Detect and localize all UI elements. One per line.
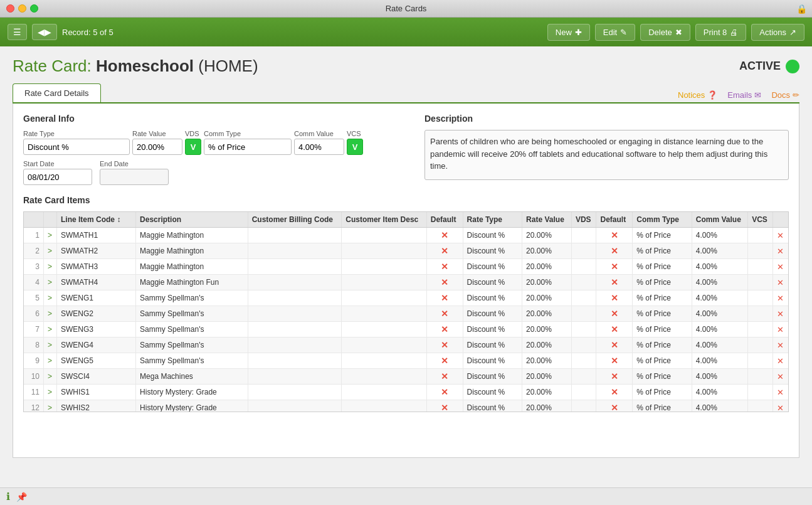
row-vcs (748, 290, 773, 306)
row-arrow[interactable]: > (44, 322, 57, 338)
table-row[interactable]: 11 > SWHIS1 History Mystery: Grade ✕ Dis… (24, 385, 788, 400)
vds-button[interactable]: V (185, 139, 201, 155)
info-icon[interactable]: ℹ (6, 491, 10, 502)
page-title-name: Homeschool (96, 56, 194, 75)
row-delete-button[interactable]: ✕ (777, 278, 784, 287)
close-button[interactable] (6, 4, 14, 13)
row-delete-button[interactable]: ✕ (777, 403, 784, 413)
row-delete-cell: ✕ (772, 338, 788, 353)
row-arrow[interactable]: > (44, 275, 57, 290)
toolbar: ☰ ◀▶ Record: 5 of 5 New ✚ Edit ✎ Delete … (0, 18, 812, 46)
actions-button[interactable]: Actions ↗ (751, 24, 804, 41)
menu-button[interactable]: ☰ (8, 24, 27, 40)
row-arrow[interactable]: > (44, 400, 57, 413)
row-delete-button[interactable]: ✕ (777, 388, 784, 397)
table-row[interactable]: 4 > SWMATH4 Maggie Mathington Fun ✕ Disc… (24, 275, 788, 290)
row-delete-button[interactable]: ✕ (777, 262, 784, 272)
vcs-button[interactable]: V (347, 139, 363, 155)
row-delete-button[interactable]: ✕ (777, 341, 784, 350)
new-label: New (556, 28, 572, 37)
row-code[interactable]: SWMATH1 (57, 228, 136, 243)
row-arrow[interactable]: > (44, 338, 57, 353)
row-code[interactable]: SWHIS2 (57, 400, 136, 413)
end-date-input[interactable] (100, 169, 169, 185)
col-line-item-code[interactable]: Line Item Code ↕ (57, 212, 136, 228)
notices-link[interactable]: Notices ❓ (678, 90, 717, 100)
row-arrow[interactable]: > (44, 306, 57, 322)
row-code[interactable]: SWENG5 (57, 353, 136, 369)
row-arrow[interactable]: > (44, 259, 57, 275)
row-rate-type: Discount % (463, 275, 522, 290)
row-number: 9 (24, 353, 44, 369)
new-button[interactable]: New ✚ (547, 24, 590, 41)
row-delete-button[interactable]: ✕ (777, 294, 784, 303)
row-arrow[interactable]: > (44, 385, 57, 400)
rate-type-input[interactable] (23, 139, 130, 155)
row-rate-value: 20.00% (522, 228, 572, 243)
row-code[interactable]: SWMATH2 (57, 243, 136, 259)
table-row[interactable]: 10 > SWSCI4 Mega Machines ✕ Discount % 2… (24, 369, 788, 385)
table-row[interactable]: 3 > SWMATH3 Maggie Mathington ✕ Discount… (24, 259, 788, 275)
edit-button[interactable]: Edit ✎ (595, 24, 635, 41)
start-date-input[interactable] (23, 169, 92, 185)
vcs-label: VCS (347, 130, 363, 137)
row-code[interactable]: SWSCI4 (57, 369, 136, 385)
table-row[interactable]: 1 > SWMATH1 Maggie Mathington ✕ Discount… (24, 228, 788, 243)
col-cid: Customer Item Desc (342, 212, 427, 228)
row-code[interactable]: SWENG1 (57, 290, 136, 306)
table-row[interactable]: 8 > SWENG4 Sammy Spellman's ✕ Discount %… (24, 338, 788, 353)
row-code[interactable]: SWENG4 (57, 338, 136, 353)
nav-arrows-button[interactable]: ◀▶ (32, 24, 57, 40)
row-number: 8 (24, 338, 44, 353)
row-arrow[interactable]: > (44, 353, 57, 369)
page-title-code: (HOME) (198, 56, 258, 75)
row-arrow[interactable]: > (44, 243, 57, 259)
print-button[interactable]: Print 8 🖨 (695, 24, 747, 41)
row-arrow[interactable]: > (44, 369, 57, 385)
row-delete-button[interactable]: ✕ (777, 325, 784, 334)
emails-link[interactable]: Emails ✉ (727, 90, 761, 100)
tab-rate-card-details[interactable]: Rate Card Details (13, 83, 101, 102)
row-cid (342, 228, 427, 243)
row-desc: Sammy Spellman's (136, 322, 248, 338)
items-table-wrapper[interactable]: Line Item Code ↕ Description Customer Bi… (23, 211, 789, 412)
row-delete-cell: ✕ (772, 385, 788, 400)
row-comm-type: % of Price (633, 259, 692, 275)
row-delete-button[interactable]: ✕ (777, 372, 784, 381)
row-code[interactable]: SWENG3 (57, 322, 136, 338)
delete-label: Delete (648, 28, 672, 37)
row-code[interactable]: SWHIS1 (57, 385, 136, 400)
general-info-section: General Info Rate Type Rate Value VDS V (23, 114, 412, 185)
comm-value-input[interactable] (294, 139, 344, 155)
table-row[interactable]: 6 > SWENG2 Sammy Spellman's ✕ Discount %… (24, 306, 788, 322)
table-row[interactable]: 5 > SWENG1 Sammy Spellman's ✕ Discount %… (24, 290, 788, 306)
rate-value-input[interactable] (132, 139, 182, 155)
row-vcs (748, 400, 773, 413)
row-code[interactable]: SWENG2 (57, 306, 136, 322)
row-delete-button[interactable]: ✕ (777, 231, 784, 240)
delete-button[interactable]: Delete ✖ (640, 24, 690, 41)
row-arrow[interactable]: > (44, 290, 57, 306)
table-row[interactable]: 2 > SWMATH2 Maggie Mathington ✕ Discount… (24, 243, 788, 259)
comm-type-input[interactable] (204, 139, 292, 155)
row-code[interactable]: SWMATH3 (57, 259, 136, 275)
row-delete-button[interactable]: ✕ (777, 247, 784, 256)
toolbar-right: New ✚ Edit ✎ Delete ✖ Print 8 🖨 Actions … (544, 24, 804, 41)
table-row[interactable]: 12 > SWHIS2 History Mystery: Grade ✕ Dis… (24, 400, 788, 413)
docs-link[interactable]: Docs ✏ (771, 90, 799, 100)
table-row[interactable]: 7 > SWENG3 Sammy Spellman's ✕ Discount %… (24, 322, 788, 338)
row-comm-type: % of Price (633, 385, 692, 400)
row-delete-button[interactable]: ✕ (777, 309, 784, 319)
row-default1: ✕ (426, 369, 463, 385)
row-comm-value: 4.00% (692, 306, 747, 322)
row-delete-button[interactable]: ✕ (777, 356, 784, 366)
minimize-button[interactable] (18, 4, 26, 13)
maximize-button[interactable] (30, 4, 38, 13)
row-code[interactable]: SWMATH4 (57, 275, 136, 290)
row-number: 5 (24, 290, 44, 306)
table-row[interactable]: 9 > SWENG5 Sammy Spellman's ✕ Discount %… (24, 353, 788, 369)
row-default2: ✕ (596, 353, 633, 369)
pin-icon[interactable]: 📌 (16, 492, 27, 502)
row-arrow[interactable]: > (44, 228, 57, 243)
page-title-prefix: Rate Card: (13, 56, 92, 75)
